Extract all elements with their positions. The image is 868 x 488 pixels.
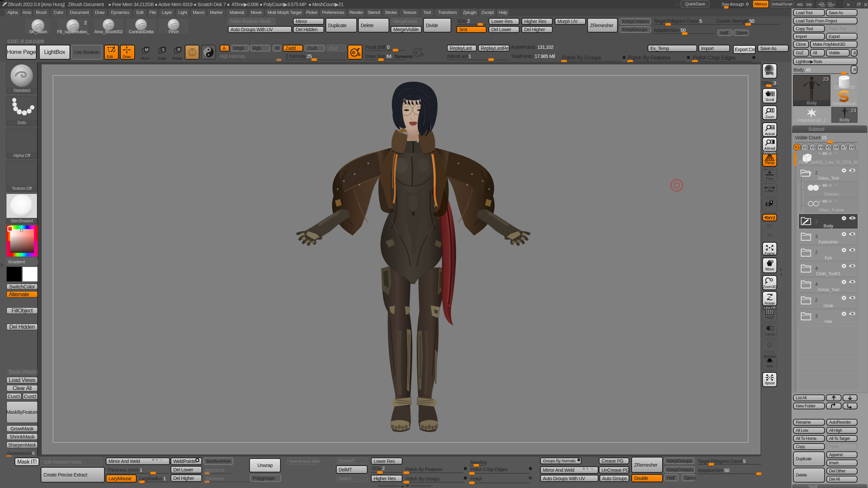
svg-text:x1: x1 [771,126,774,129]
svg-text:S: S [358,52,360,57]
svg-text:D: D [421,52,424,57]
svg-text:S: S [162,47,164,52]
svg-text:BPR: BPR [766,72,773,76]
svg-text:R: R [177,47,180,52]
svg-text:M: M [145,47,149,52]
svg-text:L.Sym: L.Sym [765,189,774,192]
